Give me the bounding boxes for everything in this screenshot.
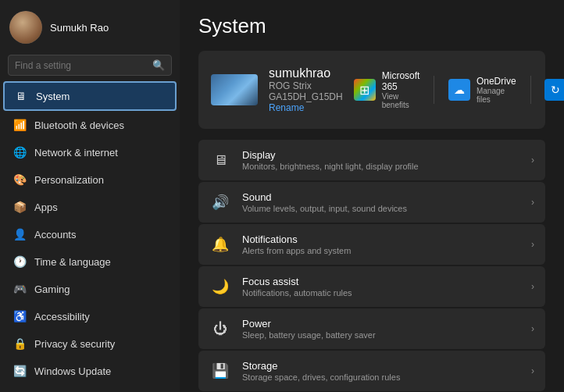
search-icon: 🔍	[152, 59, 165, 71]
search-input[interactable]	[15, 60, 148, 71]
settings-item-notifications[interactable]: 🔔 Notifications Alerts from apps and sys…	[198, 224, 545, 265]
settings-list: 🖥 Display Monitors, brightness, night li…	[198, 140, 545, 391]
quick-link-divider	[434, 76, 434, 104]
nav-label-network: Network & internet	[34, 147, 118, 159]
profile-card-name: sumukhrao	[269, 66, 343, 80]
settings-title-focus: Focus assist	[242, 276, 520, 287]
nav-item-apps[interactable]: 📦 Apps	[3, 194, 177, 220]
quick-link-icon-ms365: ⊞	[354, 79, 376, 101]
quick-link-onedrive[interactable]: ☁ OneDrive Manage files	[448, 76, 516, 104]
settings-desc-notifications: Alerts from apps and system	[242, 246, 520, 255]
nav-label-personalization: Personalization	[34, 174, 104, 186]
search-box[interactable]: 🔍	[8, 55, 172, 76]
settings-title-notifications: Notifications	[242, 233, 520, 245]
main-content: System sumukhrao ROG Strix GA15DH_G15DH …	[180, 0, 564, 392]
settings-item-power[interactable]: ⏻ Power Sleep, battery usage, battery sa…	[198, 308, 545, 349]
profile-card-device: ROG Strix GA15DH_G15DH	[269, 80, 343, 102]
nav-label-apps: Apps	[34, 201, 58, 213]
nav-label-system: System	[36, 91, 70, 102]
quick-links: ⊞ Microsoft 365 View benefits ☁ OneDrive…	[354, 62, 564, 118]
settings-desc-sound: Volume levels, output, input, sound devi…	[242, 204, 520, 213]
nav-label-privacy: Privacy & security	[34, 338, 115, 350]
nav-label-update: Windows Update	[34, 365, 111, 377]
nav-icon-apps: 📦	[12, 200, 27, 214]
nav-icon-bluetooth: 📶	[12, 118, 27, 132]
settings-desc-display: Monitors, brightness, night light, displ…	[242, 162, 520, 171]
nav-item-gaming[interactable]: 🎮 Gaming	[3, 276, 177, 302]
settings-title-power: Power	[242, 318, 520, 330]
settings-title-storage: Storage	[242, 360, 520, 372]
nav-label-accessibility: Accessibility	[34, 311, 90, 323]
settings-icon-sound: 🔊	[209, 191, 231, 213]
settings-item-focus[interactable]: 🌙 Focus assist Notifications, automatic …	[198, 266, 545, 307]
nav-item-privacy[interactable]: 🔒 Privacy & security	[3, 330, 177, 357]
settings-icon-power: ⏻	[209, 318, 231, 340]
nav-icon-personalization: 🎨	[12, 173, 27, 187]
settings-icon-storage: 💾	[209, 360, 231, 382]
chevron-right-icon: ›	[531, 281, 534, 292]
settings-item-storage[interactable]: 💾 Storage Storage space, drives, configu…	[198, 351, 545, 391]
nav-icon-accounts: 👤	[12, 227, 27, 241]
nav-label-gaming: Gaming	[34, 283, 70, 295]
quick-link-label-onedrive: OneDrive	[477, 76, 516, 87]
nav-item-update[interactable]: 🔄 Windows Update	[3, 358, 177, 384]
nav-item-network[interactable]: 🌐 Network & internet	[3, 139, 177, 166]
profile-card-thumbnail	[211, 74, 258, 105]
chevron-right-icon: ›	[531, 197, 534, 208]
nav-icon-network: 🌐	[12, 145, 27, 159]
rename-button[interactable]: Rename	[269, 102, 343, 113]
profile-card: sumukhrao ROG Strix GA15DH_G15DH Rename …	[198, 51, 545, 129]
nav-item-personalization[interactable]: 🎨 Personalization	[3, 166, 177, 193]
quick-link-label-ms365: Microsoft 365	[382, 70, 420, 92]
settings-title-sound: Sound	[242, 191, 520, 203]
settings-item-display[interactable]: 🖥 Display Monitors, brightness, night li…	[198, 140, 545, 180]
chevron-right-icon: ›	[531, 323, 534, 334]
quick-link-icon-onedrive: ☁	[448, 79, 470, 101]
nav-icon-privacy: 🔒	[12, 337, 27, 351]
nav-item-accounts[interactable]: 👤 Accounts	[3, 221, 177, 248]
sidebar: Sumukh Rao 🔍 🖥 System 📶 Bluetooth & devi…	[0, 0, 180, 392]
nav-item-time[interactable]: 🕐 Time & language	[3, 248, 177, 275]
nav-icon-gaming: 🎮	[12, 282, 27, 296]
settings-icon-display: 🖥	[209, 149, 231, 171]
settings-desc-storage: Storage space, drives, configuration rul…	[242, 372, 520, 382]
quick-link-divider	[530, 76, 531, 104]
nav-item-bluetooth[interactable]: 📶 Bluetooth & devices	[3, 112, 177, 138]
settings-title-display: Display	[242, 149, 520, 161]
quick-link-winupdate[interactable]: ↻ Windows Update Last checked: 2 minutes…	[544, 62, 564, 118]
settings-desc-power: Sleep, battery usage, battery saver	[242, 330, 520, 340]
chevron-right-icon: ›	[531, 239, 534, 250]
settings-icon-focus: 🌙	[209, 276, 231, 298]
profile-name: Sumukh Rao	[50, 22, 109, 34]
nav-label-bluetooth: Bluetooth & devices	[34, 119, 124, 131]
page-title: System	[198, 14, 545, 38]
profile-card-info: sumukhrao ROG Strix GA15DH_G15DH Rename	[269, 66, 343, 113]
chevron-right-icon: ›	[531, 365, 534, 376]
quick-link-sub-ms365: View benefits	[382, 92, 420, 109]
nav-icon-accessibility: ♿	[12, 309, 27, 323]
settings-icon-notifications: 🔔	[209, 233, 231, 255]
profile-section: Sumukh Rao	[0, 0, 180, 52]
nav-item-system[interactable]: 🖥 System	[3, 81, 177, 111]
nav-list: 🖥 System 📶 Bluetooth & devices 🌐 Network…	[0, 80, 180, 385]
nav-icon-update: 🔄	[12, 364, 27, 378]
settings-desc-focus: Notifications, automatic rules	[242, 288, 520, 298]
quick-link-sub-onedrive: Manage files	[477, 87, 516, 104]
nav-icon-system: 🖥	[14, 89, 28, 103]
settings-item-sound[interactable]: 🔊 Sound Volume levels, output, input, so…	[198, 182, 545, 223]
nav-label-accounts: Accounts	[34, 229, 76, 241]
nav-item-accessibility[interactable]: ♿ Accessibility	[3, 303, 177, 330]
quick-link-ms365[interactable]: ⊞ Microsoft 365 View benefits	[354, 70, 420, 109]
nav-icon-time: 🕐	[12, 255, 27, 269]
chevron-right-icon: ›	[531, 155, 534, 166]
quick-link-icon-winupdate: ↻	[544, 79, 564, 101]
avatar	[9, 11, 42, 44]
nav-label-time: Time & language	[34, 256, 111, 268]
